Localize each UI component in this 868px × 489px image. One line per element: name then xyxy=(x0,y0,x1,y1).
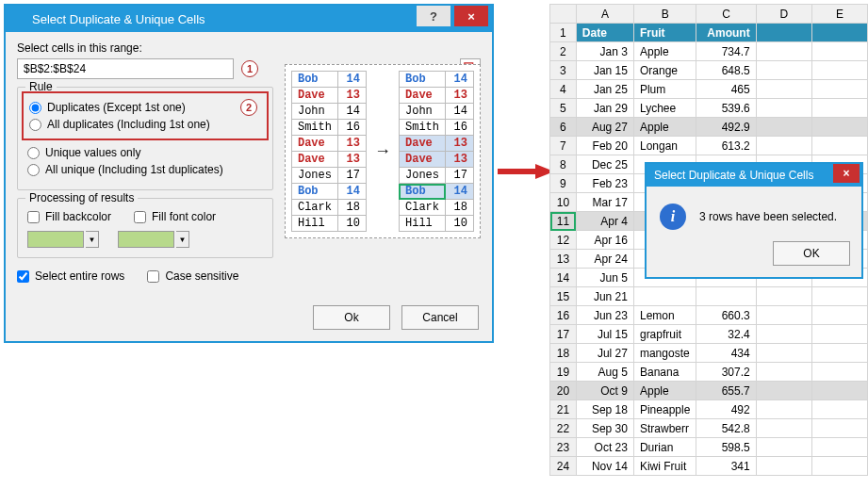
message-text: 3 rows have been selected. xyxy=(699,210,837,223)
range-label: Select cells in this range: xyxy=(17,41,481,55)
arrow-right-icon: → xyxy=(374,141,391,161)
result-dialog: Select Duplicate & Unique Cells × i 3 ro… xyxy=(645,162,863,279)
close-button[interactable]: × xyxy=(454,6,488,26)
opt-duplicates-except-first[interactable]: Duplicates (Except 1st one) 2 xyxy=(29,101,261,114)
red-arrow-icon xyxy=(498,162,554,181)
ok-button[interactable]: Ok xyxy=(313,305,390,330)
select-duplicate-dialog: Select Duplicate & Unique Cells ? × Sele… xyxy=(4,4,494,343)
fontcolor-swatch[interactable]: ▼ xyxy=(118,231,189,248)
fill-fontcolor-check[interactable]: Fill font color xyxy=(134,210,216,223)
opt-all-duplicates[interactable]: All duplicates (Including 1st one) xyxy=(29,118,261,131)
dialog-title: Select Duplicate & Unique Cells xyxy=(654,169,813,182)
fill-backcolor-check[interactable]: Fill backcolor xyxy=(27,210,111,223)
ok-button[interactable]: OK xyxy=(773,241,850,266)
rule-group: Rule Duplicates (Except 1st one) 2 All d… xyxy=(17,87,273,190)
opt-unique-only[interactable]: Unique values only xyxy=(27,146,263,159)
chevron-down-icon[interactable]: ▼ xyxy=(176,231,189,248)
case-sensitive-check[interactable]: Case sensitive xyxy=(147,269,238,283)
help-button[interactable]: ? xyxy=(417,6,450,26)
info-icon: i xyxy=(660,204,686,230)
titlebar[interactable]: Select Duplicate & Unique Cells × xyxy=(647,164,861,187)
titlebar[interactable]: Select Duplicate & Unique Cells ? × xyxy=(6,6,492,32)
close-button[interactable]: × xyxy=(833,164,860,183)
backcolor-swatch[interactable]: ▼ xyxy=(27,231,99,248)
callout-1: 1 xyxy=(241,60,258,77)
highlighted-options: Duplicates (Except 1st one) 2 All duplic… xyxy=(22,91,269,140)
processing-group: Processing of results Fill backcolor Fil… xyxy=(17,198,273,258)
preview-panel: Bob14Dave13John14Smith16Dave13Dave13Jone… xyxy=(285,64,481,238)
range-input[interactable]: $B$2:$B$24 xyxy=(17,58,234,79)
select-entire-rows-check[interactable]: Select entire rows xyxy=(17,269,124,283)
callout-2: 2 xyxy=(240,99,257,116)
preview-table-right: Bob14Dave13John14Smith16Dave13Dave13Jone… xyxy=(399,71,474,232)
preview-table-left: Bob14Dave13John14Smith16Dave13Dave13Jone… xyxy=(291,71,367,232)
dialog-title: Select Duplicate & Unique Cells xyxy=(32,12,205,26)
processing-title: Processing of results xyxy=(25,191,138,204)
svg-marker-2 xyxy=(498,164,554,179)
opt-all-unique[interactable]: All unique (Including 1st duplicates) xyxy=(27,163,263,176)
cancel-button[interactable]: Cancel xyxy=(401,305,479,330)
chevron-down-icon[interactable]: ▼ xyxy=(86,231,99,248)
